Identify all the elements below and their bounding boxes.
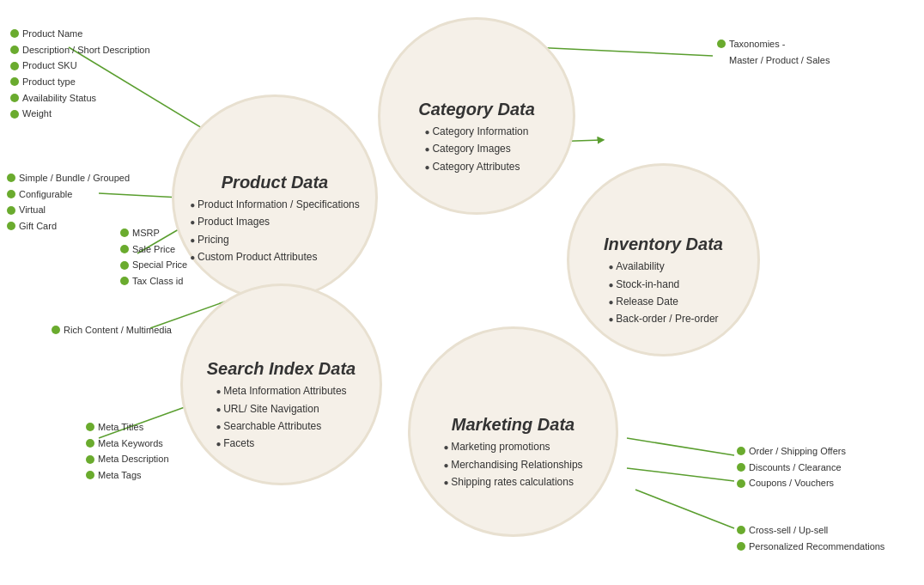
diagram-container: Product Data Product Information / Speci…: [0, 0, 924, 585]
product-list-item: Custom Product Attributes: [190, 248, 360, 265]
search-list-item: Searchable Attributes: [216, 417, 346, 435]
circle-marketing: Marketing Data Marketing promotions Merc…: [408, 326, 618, 537]
inventory-list-item: Stock-in-hand: [608, 276, 718, 293]
inventory-title: Inventory Data: [604, 235, 723, 254]
product-list-item: Product Images: [190, 213, 360, 230]
annotation-taxonomies: Taxonomies - Master / Product / Sales: [717, 36, 830, 68]
search-title: Search Index Data: [207, 359, 356, 379]
circle-category: Category Data Category Information Categ…: [378, 17, 575, 215]
svg-line-7: [627, 438, 734, 455]
marketing-list-item: Shipping rates calculations: [443, 473, 582, 491]
marketing-title: Marketing Data: [452, 415, 574, 435]
svg-line-9: [635, 490, 734, 528]
marketing-list: Marketing promotions Merchandising Relat…: [435, 438, 591, 491]
product-list: Product Information / Specifications Pro…: [181, 196, 368, 266]
circle-search: Search Index Data Meta Information Attri…: [180, 283, 382, 485]
category-list-item: Category Attributes: [425, 158, 529, 175]
category-list-item: Category Information: [425, 123, 529, 140]
annotation-meta: Meta Titles Meta Keywords Meta Descripti…: [86, 419, 169, 484]
annotation-product-types: Simple / Bundle / Grouped Configurable V…: [7, 170, 130, 235]
search-list: Meta Information Attributes URL/ Site Na…: [207, 382, 355, 453]
marketing-list-item: Merchandising Relationships: [443, 456, 582, 473]
svg-line-4: [532, 47, 713, 56]
circle-product: Product Data Product Information / Speci…: [172, 94, 378, 301]
category-title: Category Data: [418, 100, 535, 119]
category-list-item: Category Images: [425, 140, 529, 157]
inventory-list-item: Release Date: [608, 293, 718, 310]
annotation-product-details: Product Name Description / Short Descrip…: [10, 26, 150, 122]
product-title: Product Data: [222, 173, 328, 192]
inventory-list: Availability Stock-in-hand Release Date …: [599, 258, 726, 328]
svg-line-8: [627, 468, 734, 481]
category-list: Category Information Category Images Cat…: [416, 123, 538, 175]
inventory-list-item: Availability: [608, 258, 718, 275]
annotation-pricing: MSRP Sale Price Special Price Tax Class …: [120, 225, 187, 289]
search-list-item: Facets: [216, 435, 346, 452]
product-list-item: Product Information / Specifications: [190, 196, 360, 213]
product-list-item: Pricing: [190, 231, 360, 248]
annotation-crosssell: Cross-sell / Up-sell Personalized Recomm…: [737, 522, 884, 554]
search-list-item: URL/ Site Navigation: [216, 400, 346, 417]
marketing-list-item: Marketing promotions: [443, 438, 582, 455]
inventory-list-item: Back-order / Pre-order: [608, 310, 718, 327]
annotation-multimedia: Rich Content / Multimedia: [52, 322, 172, 338]
annotation-marketing: Order / Shipping Offers Discounts / Clea…: [737, 443, 846, 491]
circle-inventory: Inventory Data Availability Stock-in-han…: [567, 163, 760, 356]
search-list-item: Meta Information Attributes: [216, 382, 346, 399]
